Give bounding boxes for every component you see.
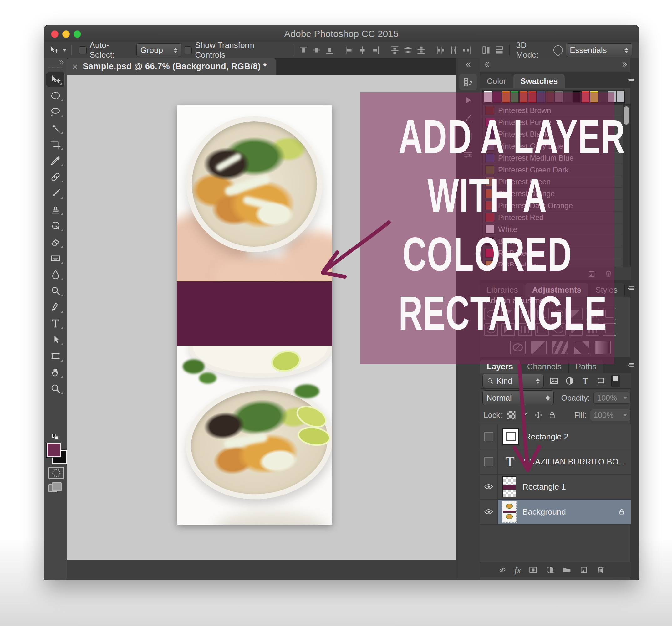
blend-mode-value: Normal [486,393,512,402]
dist-left-icon[interactable] [435,44,446,56]
layer-thumbnail-image [502,501,516,523]
current-tool-button[interactable] [48,45,67,55]
filter-toggle-switch[interactable] [611,375,620,387]
tool-shape[interactable] [45,348,65,364]
history-icon[interactable] [459,74,477,90]
layer-row-brazilian-burrito-bo-[interactable]: TBRAZILIAN BURRITO BO... [480,449,631,474]
align-vcenter-icon[interactable] [311,44,322,56]
collapse-strip-icon[interactable] [456,58,480,72]
opacity-dropdown[interactable]: 100% [594,392,631,404]
auto-select-checkbox[interactable] [79,46,87,54]
tool-dodge[interactable] [45,283,65,299]
colored-rectangle-layer [177,281,332,346]
layer-row-background[interactable]: Background [480,500,631,525]
options-bar: Auto-Select: Group Show Transform Contro… [44,42,639,58]
layer-mask-icon[interactable] [528,565,538,575]
adjustment-layer-filter-icon[interactable] [565,376,575,386]
align-top-icon[interactable] [298,44,309,56]
panel-menu-icon[interactable] [626,361,635,369]
psd-document[interactable] [177,106,332,525]
tool-hand[interactable] [45,364,65,380]
default-colors-icon[interactable] [47,432,64,442]
blend-mode-dropdown[interactable]: Normal [482,390,554,405]
tool-crop[interactable] [45,136,65,153]
dist-top-icon[interactable] [389,44,401,56]
layer-row-rectangle-1[interactable]: Rectangle 1 [480,474,631,500]
foreground-color-chip[interactable] [47,443,61,457]
auto-select-value: Group [141,45,163,55]
screen-mode-icon[interactable] [48,482,61,493]
new-layer-icon[interactable] [579,565,589,575]
panel-grabber[interactable] [48,67,62,71]
tool-clone-stamp[interactable] [45,201,65,217]
tab-color[interactable]: Color [480,74,513,88]
dock-header [480,58,639,72]
visibility-toggle[interactable] [480,500,498,524]
layer-filter-dropdown[interactable]: Kind [482,374,544,388]
align-bottom-icon[interactable] [324,44,335,56]
lock-move-icon[interactable] [534,410,543,420]
swatch-chip[interactable] [617,91,625,103]
panel-menu-icon[interactable] [626,284,635,292]
lock-paint-icon[interactable] [520,410,529,420]
panel-menu-icon[interactable] [626,75,635,84]
visibility-toggle-hidden[interactable] [480,424,498,449]
tool-spot-healing[interactable] [45,169,65,185]
adjustment-layer-icon[interactable] [545,565,555,575]
quick-mask-icon[interactable] [48,467,64,479]
collapse-tools-icon[interactable] [44,58,67,67]
visibility-toggle[interactable] [480,474,498,499]
tool-zoom-tool[interactable] [45,380,65,397]
divider [509,44,510,56]
layers-footer-icons: fx [480,562,631,577]
workspace-dropdown[interactable]: Essentials [566,43,632,57]
chevron-down-icon [62,49,67,52]
overlay-text-line: ADD A LAYER [399,107,576,166]
dist-hcenter-icon[interactable] [448,44,459,56]
tool-magic-wand[interactable] [45,120,65,136]
type-layer-filter-icon[interactable]: T [580,376,591,386]
dist-right-icon[interactable] [461,44,473,56]
align-right-icon[interactable] [370,44,381,56]
lock-all-icon[interactable] [548,410,557,420]
layer-group-icon[interactable] [562,565,572,575]
delete-layer-icon[interactable] [596,565,606,575]
layer-style-icon[interactable]: fx [514,565,521,575]
pixel-layer-filter-icon[interactable] [549,376,559,386]
tab-swatches[interactable]: Swatches [513,74,565,88]
tool-gradient[interactable] [45,250,65,266]
tool-elliptical-marquee[interactable] [45,87,65,103]
tool-history-brush[interactable] [45,217,65,234]
tool-type[interactable] [45,315,65,331]
tool-lasso[interactable] [45,103,65,120]
tool-move-tool[interactable] [46,72,65,87]
align-hcenter-icon[interactable] [357,44,368,56]
workspace-value: Essentials [570,45,607,55]
tool-blur[interactable] [45,266,65,283]
shape-layer-filter-icon[interactable] [596,376,606,386]
dist-bottom-icon[interactable] [415,44,427,56]
show-transform-checkbox[interactable] [185,46,192,54]
link-layers-icon[interactable] [498,565,507,575]
auto-select-dropdown[interactable]: Group [137,43,182,57]
fill-dropdown[interactable]: 100% [590,409,631,421]
layer-name: Rectangle 2 [525,432,569,442]
lock-transparent-icon[interactable] [507,411,515,419]
expand-panels-icon[interactable] [622,61,628,68]
tool-eyedropper[interactable] [45,153,65,169]
tool-pen[interactable] [45,299,65,315]
dist-hspace-icon[interactable] [494,44,505,56]
hidden-layer-checkbox [484,432,494,441]
tool-brush[interactable] [45,185,65,201]
dist-vcenter-icon[interactable] [402,44,414,56]
layer-thumbnail-shape [502,428,519,445]
dist-vspace-icon[interactable] [481,44,492,56]
tool-eraser[interactable] [45,234,65,250]
close-tab-icon[interactable]: × [72,61,78,72]
document-tab[interactable]: × Sample.psd @ 66.7% (Background, RGB/8)… [67,58,276,75]
align-left-icon[interactable] [343,44,355,56]
collapse-panels-icon[interactable] [483,61,490,68]
layer-row-rectangle-2[interactable]: Rectangle 2 [480,424,631,449]
visibility-toggle-hidden[interactable] [480,449,498,474]
tool-path-select[interactable] [45,331,65,348]
